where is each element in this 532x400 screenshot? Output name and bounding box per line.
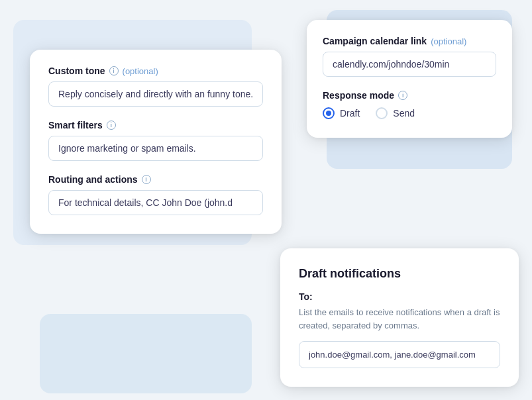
draft-notifications-to-label: To: — [299, 291, 500, 302]
custom-tone-info-icon[interactable]: i — [109, 66, 119, 75]
response-mode-label: Response mode i — [323, 90, 496, 101]
campaign-calendar-label: Campaign calendar link (optional) — [323, 36, 496, 46]
routing-actions-section: Routing and actions i — [48, 174, 263, 215]
response-mode-label-text: Response mode — [323, 90, 394, 101]
campaign-calendar-optional: (optional) — [431, 36, 466, 46]
smart-filters-label: Smart filters i — [48, 120, 263, 130]
card-draft-notifications: Draft notifications To: List the emails … — [280, 248, 519, 387]
card-top-right: Campaign calendar link (optional) Respon… — [307, 20, 512, 138]
smart-filters-section: Smart filters i — [48, 120, 263, 161]
campaign-calendar-input[interactable] — [323, 52, 496, 77]
scene: Custom tone i (optional) Smart filters i… — [0, 0, 532, 400]
radio-label-send: Send — [393, 108, 415, 119]
campaign-calendar-section: Campaign calendar link (optional) — [323, 36, 496, 77]
radio-label-draft: Draft — [340, 108, 360, 119]
smart-filters-label-text: Smart filters — [48, 120, 103, 130]
smart-filters-info-icon[interactable]: i — [107, 121, 116, 130]
radio-option-draft[interactable]: Draft — [323, 107, 360, 119]
routing-actions-info-icon[interactable]: i — [142, 175, 151, 184]
draft-notifications-email-input[interactable] — [299, 341, 500, 368]
campaign-calendar-label-text: Campaign calendar link — [323, 36, 427, 46]
radio-dot-draft — [326, 111, 331, 116]
draft-notifications-description: List the emails to receive notifications… — [299, 306, 500, 332]
card-left: Custom tone i (optional) Smart filters i… — [30, 50, 282, 234]
bg-card-bottom — [40, 314, 252, 393]
custom-tone-optional: (optional) — [123, 66, 158, 76]
smart-filters-input[interactable] — [48, 136, 263, 161]
response-mode-options: Draft Send — [323, 107, 496, 119]
draft-notifications-title: Draft notifications — [299, 267, 500, 281]
radio-circle-send — [376, 107, 388, 119]
radio-option-send[interactable]: Send — [376, 107, 415, 119]
routing-actions-label-text: Routing and actions — [48, 174, 138, 185]
custom-tone-input[interactable] — [48, 81, 263, 107]
radio-circle-draft — [323, 107, 335, 119]
routing-actions-input[interactable] — [48, 190, 263, 215]
response-mode-section: Response mode i Draft Send — [323, 90, 496, 119]
custom-tone-label-text: Custom tone — [48, 66, 105, 76]
response-mode-info-icon[interactable]: i — [398, 91, 407, 100]
routing-actions-label: Routing and actions i — [48, 174, 263, 185]
custom-tone-label: Custom tone i (optional) — [48, 66, 263, 76]
custom-tone-section: Custom tone i (optional) — [48, 66, 263, 107]
